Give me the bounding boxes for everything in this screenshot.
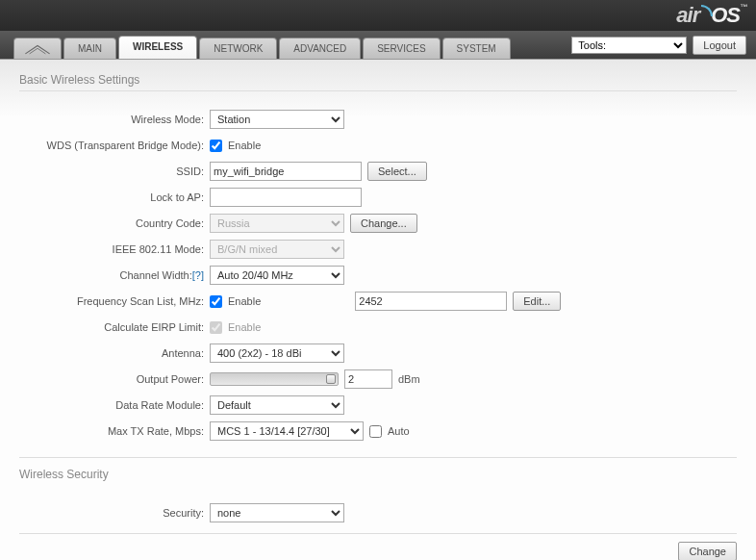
output-power-slider[interactable] [210,372,339,386]
eirp-enable-checkbox [210,321,222,334]
label-chanwidth: Channel Width:[?] [29,269,210,281]
country-change-button[interactable]: Change... [350,214,417,233]
wireless-mode-select[interactable]: Station [210,110,344,129]
tab-system[interactable]: SYSTEM [442,38,511,59]
brand-air: air [676,3,699,27]
tab-bar: MAIN WIRELESS NETWORK ADVANCED SERVICES … [0,31,756,60]
wds-enable-label: Enable [228,140,261,151]
label-security: Security: [29,507,210,519]
logout-button[interactable]: Logout [693,36,746,55]
antenna-select[interactable]: 400 (2x2) - 18 dBi [210,344,344,363]
security-select[interactable]: none [210,503,344,522]
label-output-power: Output Power: [29,373,210,385]
freqscan-edit-button[interactable]: Edit... [513,292,561,311]
output-power-input[interactable] [344,369,392,389]
tab-wireless[interactable]: WIRELESS [118,36,197,59]
label-lock-ap: Lock to AP: [29,191,210,203]
freqscan-enable-label: Enable [228,295,261,307]
trademark: ™ [740,3,746,12]
label-wds: WDS (Transparent Bridge Mode): [29,140,210,151]
section-basic-title: Basic Wireless Settings [19,73,737,91]
tools-dropdown[interactable]: Tools: [571,37,687,54]
data-rate-select[interactable]: Default [210,395,344,415]
tab-advanced[interactable]: ADVANCED [279,38,361,59]
label-wireless-mode: Wireless Mode: [29,114,210,125]
chanwidth-help-icon[interactable]: [?] [192,269,204,281]
wds-enable-checkbox[interactable] [210,140,222,152]
label-freqscan: Frequency Scan List, MHz: [29,295,210,307]
antenna-icon [24,42,51,56]
divider [19,457,737,458]
tab-network[interactable]: NETWORK [199,38,277,59]
tab-main[interactable]: MAIN [63,38,116,59]
ieee-mode-select: B/G/N mixed [210,240,344,259]
lock-ap-input[interactable] [210,188,362,207]
brand-os: OS [711,3,740,27]
max-tx-auto-checkbox[interactable] [369,425,382,438]
label-antenna: Antenna: [29,347,210,359]
slider-thumb[interactable] [326,374,336,384]
section-security-title: Wireless Security [19,468,737,485]
freqscan-enable-checkbox[interactable] [210,295,222,308]
content-area: Basic Wireless Settings Wireless Mode: S… [0,60,756,560]
ssid-select-button[interactable]: Select... [367,162,427,181]
max-tx-auto-label: Auto [388,425,410,437]
wifi-icon [701,3,713,14]
max-tx-select[interactable]: MCS 1 - 13/14.4 [27/30] [210,421,364,441]
tab-home-icon[interactable] [13,38,62,59]
label-ssid: SSID: [29,165,210,177]
label-ieee: IEEE 802.11 Mode: [29,243,210,255]
ssid-input[interactable] [210,162,362,181]
label-max-tx: Max TX Rate, Mbps: [29,425,210,437]
eirp-enable-label: Enable [228,321,261,333]
label-country: Country Code: [29,217,210,229]
header-bar: airOS™ [0,0,756,31]
brand-logo: airOS™ [676,3,746,28]
tab-services[interactable]: SERVICES [363,38,440,59]
channel-width-select[interactable]: Auto 20/40 MHz [210,266,344,285]
country-select: Russia [210,214,344,233]
label-eirp: Calculate EIRP Limit: [29,321,210,333]
change-button[interactable]: Change [678,542,737,560]
dbm-unit-label: dBm [398,373,420,385]
freqscan-value-input[interactable] [355,292,507,311]
label-data-rate: Data Rate Module: [29,399,210,411]
